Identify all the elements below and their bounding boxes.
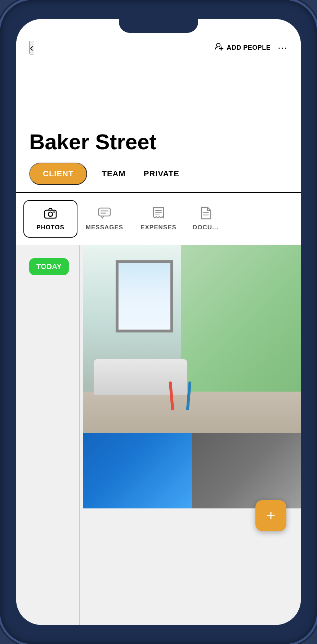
photos-tab-label: PHOTOS [36, 224, 64, 231]
more-button[interactable]: ··· [278, 42, 288, 53]
add-people-button[interactable]: ADD PEOPLE [214, 43, 271, 53]
add-person-icon [214, 43, 224, 53]
header-right: ADD PEOPLE ··· [214, 42, 288, 53]
bathroom-scene [83, 245, 301, 433]
phone-screen: ‹ ADD PEOPLE ··· [16, 19, 301, 625]
thumb-blue-bg [83, 433, 192, 508]
svg-rect-6 [99, 208, 110, 216]
plus-icon: + [267, 508, 276, 523]
thumb-gray-bg [192, 433, 301, 508]
svg-rect-3 [45, 210, 56, 218]
bathroom-floor [83, 392, 301, 433]
message-icon [98, 207, 111, 221]
back-button[interactable]: ‹ [29, 41, 34, 54]
add-photo-button[interactable]: + [255, 500, 286, 531]
photo-thumb-1[interactable] [83, 433, 192, 508]
tab-photos[interactable]: PHOTOS [23, 200, 77, 238]
photo-large[interactable] [83, 245, 301, 433]
tab-private[interactable]: PRIVATE [140, 163, 183, 184]
project-title: Baker Street [29, 130, 288, 154]
tab-messages[interactable]: MESSAGES [77, 201, 131, 237]
messages-tab-label: MESSAGES [86, 224, 123, 231]
icon-tab-bar: PHOTOS MESSAGES [16, 193, 301, 245]
photos-area: TODAY [16, 245, 301, 625]
bathroom-window [116, 260, 173, 332]
tab-client[interactable]: CLIENT [29, 163, 87, 185]
tab-team[interactable]: TEAM [98, 163, 129, 184]
document-icon [199, 207, 212, 221]
photo-thumb-2[interactable] [192, 433, 301, 508]
today-badge: TODAY [29, 258, 69, 275]
camera-icon [44, 207, 57, 221]
timeline-line [79, 245, 80, 625]
phone-frame: ‹ ADD PEOPLE ··· [0, 0, 317, 644]
title-section: Baker Street [16, 127, 301, 163]
photo-row-main [83, 245, 301, 433]
expenses-tab-label: EXPENSES [140, 224, 177, 231]
tab-expenses[interactable]: EXPENSES [131, 201, 186, 237]
bathroom-tub [94, 359, 187, 395]
receipt-icon [152, 207, 165, 221]
tab-bar: CLIENT TEAM PRIVATE [16, 163, 301, 192]
svg-point-4 [48, 212, 53, 216]
notch [119, 19, 198, 33]
photo-row-thumbs [16, 433, 301, 508]
svg-point-0 [216, 43, 220, 47]
add-people-label: ADD PEOPLE [227, 44, 271, 52]
hero-area [16, 62, 301, 127]
documents-tab-label: DOCU... [193, 224, 218, 231]
thumb-spacer [16, 433, 83, 508]
tab-documents[interactable]: DOCU... [186, 201, 226, 237]
svg-point-5 [53, 211, 55, 213]
